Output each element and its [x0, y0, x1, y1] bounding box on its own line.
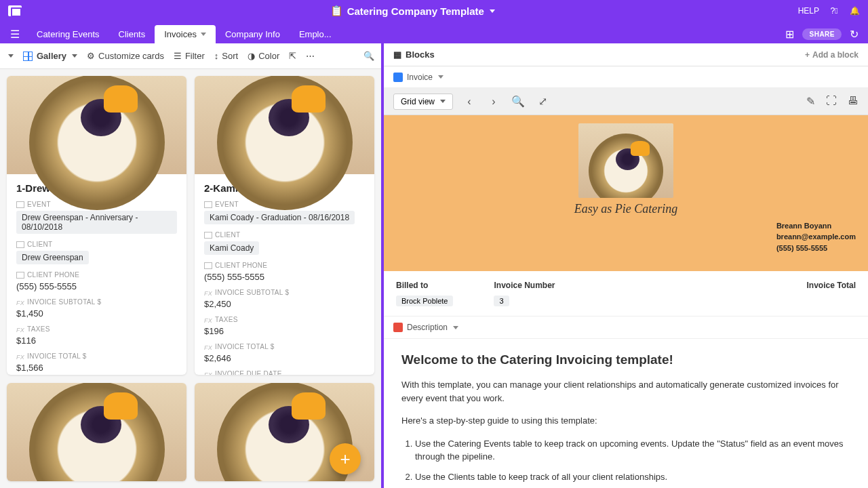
field-label-subtotal: INVOICE SUBTOTAL $ [204, 289, 365, 296]
company-name: Easy as Pie Catering [574, 202, 677, 216]
cards-grid: 1-Drew Greenspan EVENT Drew Greenspan - … [0, 69, 381, 488]
filter-button[interactable]: ☰ Filter [174, 51, 205, 61]
fullscreen-icon[interactable]: ⛶ [826, 95, 837, 108]
tab-employees[interactable]: Emplo... [290, 25, 341, 43]
invoice-card[interactable] [7, 383, 186, 481]
clock-icon[interactable]: ↻ [850, 28, 859, 41]
field-label-due: INVOICE DUE DATE [204, 370, 365, 375]
color-button[interactable]: ◑ Color [248, 51, 279, 61]
add-block-button[interactable]: + Add a block [805, 50, 859, 60]
client-chip: Kami Coady [204, 241, 259, 255]
card-cover-image [7, 383, 186, 481]
card-cover-image [7, 76, 186, 174]
share-button[interactable]: SHARE [802, 28, 842, 40]
more-icon[interactable]: ⋯ [306, 51, 315, 61]
help-link[interactable]: HELP [798, 6, 819, 16]
field-label-phone: CLIENT PHONE [204, 262, 365, 269]
card-cover-image [195, 76, 374, 174]
field-label-taxes: TAXES [204, 316, 365, 323]
blocks-panel: ▦ Blocks + Add a block Invoice Grid view… [384, 43, 868, 488]
phone-value: (555) 555-5555 [204, 272, 365, 282]
invoice-preview: Easy as Pie Catering Breann Boyann brean… [384, 115, 868, 271]
blocks-icon: ▦ [393, 49, 401, 60]
table-tabs-row: ☰ Catering Events Clients Invoices Compa… [0, 22, 868, 43]
step-item: Use the Catering Events table to keep tr… [415, 437, 850, 464]
next-record-button[interactable]: › [486, 94, 502, 110]
invoice-block-header[interactable]: Invoice [384, 66, 868, 88]
blocks-header: ▦ Blocks + Add a block [384, 43, 868, 66]
step-item: Use the Clients table to keep track of a… [415, 470, 850, 484]
invoice-toolbar: Grid view ‹ › 🔍 ⤢ ✎ ⛶ 🖶 [384, 88, 868, 115]
total-value: $1,566 [16, 363, 177, 373]
block-type-icon [393, 73, 403, 82]
share-view-icon[interactable]: ⇱ [289, 51, 296, 61]
billed-to-value: Brock Poblete [396, 296, 453, 306]
tab-company-info[interactable]: Company Info [216, 25, 290, 43]
description-steps: Use the Catering Events table to keep tr… [401, 437, 850, 489]
field-label-client: CLIENT [204, 231, 365, 239]
field-label-total: INVOICE TOTAL $ [16, 352, 177, 360]
invoice-card[interactable]: 2-Kami Coady EVENT Kami Coady - Graduati… [195, 76, 374, 375]
contact-email: breann@example.com [776, 231, 856, 243]
description-paragraph: Here's a step-by-step guide to using thi… [401, 414, 850, 428]
top-bar: 📋 Catering Company Template HELP ?⃝ 🔔 [0, 0, 868, 22]
chevron-down-icon [440, 100, 446, 103]
event-chip: Drew Greenspan - Anniversary - 08/10/201… [16, 211, 177, 234]
add-record-button[interactable]: + [330, 443, 361, 474]
description-paragraph: With this template, you can manage your … [401, 378, 850, 405]
chevron-down-icon [490, 9, 495, 13]
view-switcher[interactable]: Gallery [23, 51, 77, 61]
contact-info: Breann Boyann breann@example.com (555) 5… [776, 220, 856, 254]
views-dropdown-icon[interactable] [8, 54, 14, 58]
contact-name: Breann Boyann [776, 220, 856, 232]
subtotal-value: $2,450 [204, 299, 365, 309]
tab-catering-events[interactable]: Catering Events [27, 25, 109, 43]
tab-invoices[interactable]: Invoices [155, 25, 216, 43]
field-label-total: INVOICE TOTAL $ [204, 343, 365, 350]
invoice-total-label: Invoice Total [807, 281, 856, 290]
taxes-value: $116 [16, 336, 177, 346]
field-label-client: CLIENT [16, 241, 177, 248]
edit-icon[interactable]: ✎ [806, 95, 815, 108]
invoice-number-label: Invoice Number [494, 281, 555, 290]
grid-view-button[interactable]: Grid view [393, 94, 453, 110]
clipboard-icon: 📋 [330, 5, 343, 17]
blocks-title: Blocks [406, 49, 435, 60]
gallery-panel: Gallery ⚙ Customize cards ☰ Filter ↕ Sor… [0, 43, 384, 488]
search-icon[interactable]: 🔍 [363, 51, 374, 61]
base-title-text: Catering Company Template [347, 5, 484, 17]
invoice-card[interactable]: 1-Drew Greenspan EVENT Drew Greenspan - … [7, 76, 186, 375]
event-chip: Kami Coady - Graduation - 08/16/2018 [204, 211, 355, 224]
menu-icon[interactable]: ☰ [5, 24, 24, 43]
chevron-down-icon [453, 326, 458, 329]
app-logo[interactable] [8, 5, 22, 16]
client-chip: Drew Greenspan [16, 251, 89, 264]
help-icon[interactable]: ?⃝ [829, 5, 840, 16]
block-type-icon [393, 323, 403, 332]
sort-button[interactable]: ↕ Sort [214, 51, 238, 61]
description-heading: Welcome to the Catering Invoicing templa… [401, 352, 850, 367]
block-name: Invoice [407, 73, 433, 82]
search-icon[interactable]: 🔍 [510, 94, 526, 110]
contact-phone: (555) 555-5555 [776, 243, 856, 254]
phone-value: (555) 555-5555 [16, 281, 177, 291]
view-toolbar: Gallery ⚙ Customize cards ☰ Filter ↕ Sor… [0, 43, 381, 69]
print-icon[interactable]: 🖶 [848, 95, 859, 108]
field-label-subtotal: INVOICE SUBTOTAL $ [16, 298, 177, 306]
customize-cards-button[interactable]: ⚙ Customize cards [87, 51, 164, 61]
gallery-icon [23, 52, 33, 61]
prev-record-button[interactable]: ‹ [461, 94, 477, 110]
tab-clients[interactable]: Clients [109, 25, 155, 43]
chevron-down-icon [201, 33, 206, 36]
invoice-meta-row: Billed to Brock Poblete Invoice Number 3… [384, 271, 868, 316]
description-block-header[interactable]: Description [384, 316, 868, 339]
taxes-value: $196 [204, 326, 365, 336]
base-title[interactable]: 📋 Catering Company Template [27, 5, 798, 17]
chevron-down-icon [438, 75, 443, 79]
block-name: Description [407, 323, 448, 332]
expand-icon[interactable]: ⤢ [534, 94, 551, 110]
total-value: $2,646 [204, 353, 365, 363]
bell-icon[interactable]: 🔔 [849, 5, 860, 16]
invoice-number-value: 3 [494, 296, 509, 306]
history-icon[interactable]: ⊞ [785, 28, 794, 41]
